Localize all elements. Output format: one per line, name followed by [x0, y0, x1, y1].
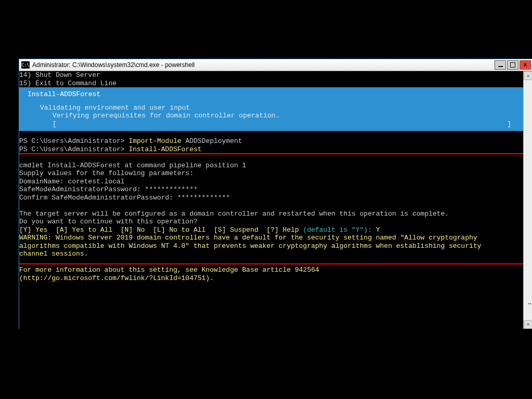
warning-line: WARNING: Windows Server 2019 domain cont… — [19, 234, 477, 242]
minimize-button[interactable] — [495, 60, 506, 70]
ps-prompt: PS C:\Users\Administrator> — [19, 145, 125, 153]
cmd-icon: C:\ — [21, 61, 30, 69]
terminal-viewport[interactable]: 14) Shut Down Server 15) Exit to Command… — [19, 71, 524, 329]
window-controls: × — [495, 59, 532, 71]
titlebar[interactable]: C:\ Administrator: C:\Windows\system32\c… — [19, 59, 532, 71]
progress-step-1: Validating environment and user input — [19, 104, 524, 112]
warning-line: algorithms compatible with Windows NT 4.… — [19, 242, 481, 250]
ps-arg-1: ADDSDeployment — [185, 137, 242, 145]
scroll-down-button[interactable]: ▾ — [524, 320, 532, 329]
confirm-default: (default is "Y"): — [303, 226, 372, 234]
sconfig-menu-tail: 14) Shut Down Server 15) Exit to Command… — [19, 71, 524, 87]
out-line: cmdlet Install-ADDSForest at command pip… — [19, 162, 246, 169]
client-area: 14) Shut Down Server 15) Exit to Command… — [19, 71, 532, 329]
out-line: Supply values for the following paramete… — [19, 169, 193, 177]
progress-bracket-left: [ — [52, 120, 57, 128]
out-line: Do you want to continue with this operat… — [19, 218, 197, 225]
scroll-up-button[interactable]: ▴ — [524, 71, 532, 80]
progress-bar: [ ] — [19, 120, 524, 128]
out-line: DomainName: coretest.local — [19, 178, 125, 185]
confirm-answer: Y — [372, 226, 380, 234]
out-line: SafeModeAdministratorPassword: *********… — [19, 185, 197, 193]
terminal-output: PS C:\Users\Administrator> Import-Module… — [19, 131, 524, 282]
out-line: Confirm SafeModeAdministratorPassword: *… — [19, 194, 230, 202]
progress-step-2: Verifying prerequisites for domain contr… — [19, 112, 524, 120]
confirm-choices: [Y] Yes [A] Yes to All [N] No [L] No to … — [19, 226, 303, 234]
ps-prompt: PS C:\Users\Administrator> — [19, 137, 125, 145]
progress-title: Install-ADDSForest — [19, 90, 524, 99]
warning-line: For more information about this setting,… — [19, 266, 319, 274]
out-line: The target server will be configured as … — [19, 210, 449, 218]
progress-bracket-right: ] — [507, 120, 511, 128]
maximize-button[interactable] — [507, 60, 518, 70]
progress-band: Install-ADDSForest Validating environmen… — [19, 87, 524, 131]
resize-handle-icon: ↔ — [527, 300, 532, 307]
warning-line: channel sessions. — [19, 250, 88, 258]
ps-cmd-2: Install-ADDSForest — [129, 145, 202, 153]
ps-cmd-1: Import-Module — [129, 137, 181, 145]
cmd-window: C:\ Administrator: C:\Windows\system32\c… — [19, 59, 532, 329]
warning-line: (http://go.microsoft.com/fwlink/?LinkId=… — [19, 274, 214, 282]
vertical-scrollbar[interactable]: ▴ ▾ — [523, 71, 532, 329]
close-button[interactable]: × — [520, 60, 531, 70]
window-title: Administrator: C:\Windows\system32\cmd.e… — [32, 61, 495, 69]
